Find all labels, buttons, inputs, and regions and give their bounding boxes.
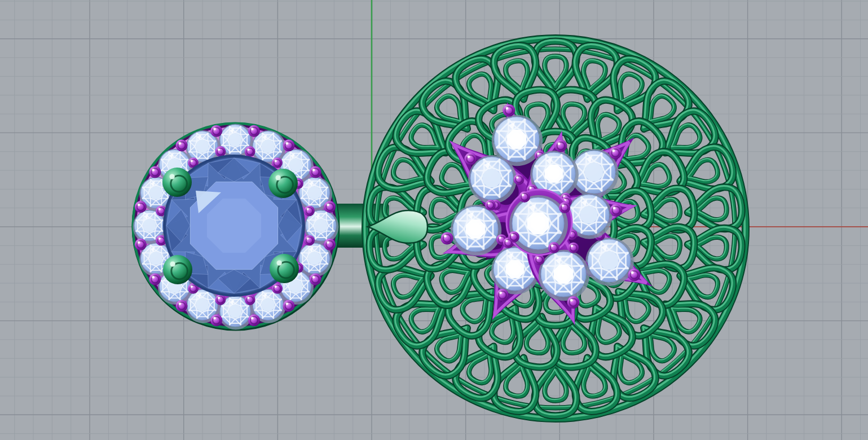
metal-bead bbox=[215, 294, 226, 305]
round-gem bbox=[539, 250, 589, 301]
metal-bead bbox=[559, 202, 570, 213]
metal-bead bbox=[149, 274, 161, 285]
viewport-canvas[interactable] bbox=[0, 0, 868, 440]
metal-bead bbox=[503, 104, 515, 117]
metal-bead bbox=[175, 139, 187, 151]
metal-bead bbox=[534, 254, 545, 265]
green-prong-sphere bbox=[162, 168, 192, 197]
metal-bead bbox=[283, 139, 295, 151]
green-prong-sphere bbox=[270, 254, 299, 283]
metal-bead bbox=[554, 140, 567, 152]
halo-gem-pendant[interactable] bbox=[133, 124, 338, 330]
metal-bead bbox=[310, 166, 321, 178]
metal-bead bbox=[175, 300, 187, 312]
metal-bead bbox=[519, 191, 530, 203]
cad-viewport-window bbox=[0, 0, 868, 440]
round-gem bbox=[509, 195, 568, 254]
metal-bead bbox=[304, 235, 315, 246]
metal-bead bbox=[310, 274, 321, 285]
metal-bead bbox=[324, 239, 336, 250]
metal-bead bbox=[568, 243, 579, 253]
round-gem bbox=[585, 237, 634, 286]
metal-bead bbox=[245, 294, 255, 305]
metal-bead bbox=[324, 201, 336, 213]
green-prong-sphere bbox=[268, 169, 298, 198]
metal-bead bbox=[304, 205, 315, 216]
metal-bead bbox=[283, 300, 295, 312]
metal-bead bbox=[135, 201, 147, 213]
metal-bead bbox=[610, 204, 622, 217]
metal-bead bbox=[441, 232, 453, 244]
metal-bead bbox=[210, 125, 222, 137]
metal-bead bbox=[567, 296, 579, 309]
metal-bead bbox=[135, 239, 147, 250]
metal-bead bbox=[609, 147, 622, 159]
green-prong-sphere bbox=[163, 255, 192, 284]
round-gem bbox=[451, 205, 501, 256]
metal-bead bbox=[496, 289, 509, 301]
metal-bead bbox=[215, 146, 226, 157]
metal-bead bbox=[548, 242, 559, 253]
metal-bead bbox=[628, 269, 640, 281]
metal-bead bbox=[485, 200, 496, 210]
metal-bead bbox=[210, 314, 222, 326]
metal-bead bbox=[464, 153, 477, 165]
metal-bead bbox=[248, 125, 260, 137]
metal-bead bbox=[248, 314, 260, 326]
metal-bead bbox=[245, 146, 255, 157]
metal-bead bbox=[149, 166, 161, 178]
metal-bead bbox=[513, 174, 524, 184]
metal-bead bbox=[508, 231, 519, 243]
